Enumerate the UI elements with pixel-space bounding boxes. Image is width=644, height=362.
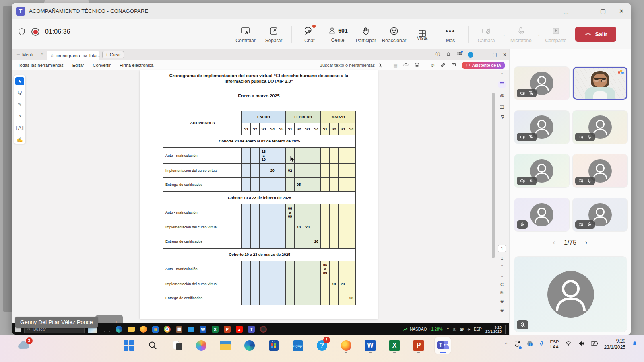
- wifi-icon[interactable]: [565, 341, 572, 348]
- volume-icon[interactable]: [578, 340, 585, 348]
- word-button[interactable]: W: [362, 337, 378, 354]
- microphone-tray-icon[interactable]: [539, 340, 545, 349]
- firefox-icon[interactable]: [140, 326, 147, 333]
- view-button[interactable]: Vista: [409, 28, 435, 41]
- window-close-button[interactable]: ✕: [612, 3, 631, 19]
- popout-button[interactable]: Separar: [261, 25, 287, 43]
- share-button[interactable]: Comparte: [543, 25, 569, 43]
- edge-button[interactable]: [242, 337, 258, 354]
- participant-tile[interactable]: [573, 111, 627, 144]
- myhp-button[interactable]: myhp: [290, 337, 306, 354]
- sync-icon[interactable]: [514, 340, 521, 349]
- window-minimize-button[interactable]: —: [575, 3, 594, 19]
- microphone-button[interactable]: Micrófono: [508, 25, 534, 43]
- comments-panel-icon[interactable]: ＠: [500, 93, 504, 99]
- camera-button[interactable]: Cámara: [473, 25, 499, 43]
- folder-icon[interactable]: [128, 327, 135, 332]
- participant-tile[interactable]: [514, 67, 569, 100]
- apps-grid-icon[interactable]: [457, 51, 462, 58]
- page-up-icon[interactable]: ⌃: [500, 264, 504, 269]
- raise-hand-button[interactable]: Participar: [353, 25, 379, 43]
- select-tool[interactable]: [15, 77, 24, 85]
- menu-edit[interactable]: Editar: [72, 63, 84, 68]
- pager-prev-button[interactable]: ‹: [553, 239, 555, 246]
- task-view-icon[interactable]: [104, 327, 110, 332]
- control-button[interactable]: Controlar: [233, 25, 258, 43]
- page-down-icon[interactable]: ⌄: [500, 273, 504, 278]
- acrobat-menu-button[interactable]: ☰ Menú: [12, 52, 37, 57]
- account-avatar[interactable]: [468, 52, 473, 58]
- page-number-input[interactable]: 1: [498, 245, 506, 252]
- bookmarks-panel-icon[interactable]: 🕮: [500, 104, 504, 110]
- tray-chevron-icon[interactable]: ⌃: [504, 341, 508, 348]
- document-tab[interactable]: ☆ cronograma_cv_lota... ×: [47, 51, 99, 60]
- store-icon[interactable]: ▦: [176, 326, 182, 333]
- window-maximize-button[interactable]: ▢: [594, 3, 612, 19]
- show-desktop-button[interactable]: [505, 325, 507, 334]
- file-explorer-button[interactable]: [217, 337, 233, 354]
- volume-icon[interactable]: 🕪: [468, 327, 470, 332]
- usb-icon[interactable]: ⚿: [453, 327, 456, 332]
- photos-icon[interactable]: [152, 326, 159, 333]
- stock-ticker[interactable]: NASDAQ +1.28%: [403, 327, 442, 332]
- sign-tool[interactable]: ✍: [15, 136, 24, 144]
- highlight-tool[interactable]: ✎: [15, 101, 24, 109]
- participant-tile[interactable]: [514, 111, 569, 144]
- onedrive-icon[interactable]: 3: [17, 341, 30, 351]
- menu-convert[interactable]: Convertir: [93, 63, 111, 68]
- camera-chevron-icon[interactable]: ⌄: [502, 32, 506, 37]
- tray-clock[interactable]: 9:2023/1/2025: [604, 338, 625, 350]
- participant-tile[interactable]: [573, 198, 627, 231]
- pages-panel-icon[interactable]: 🗗: [500, 115, 504, 120]
- zoom-out-icon[interactable]: ⊖: [500, 308, 504, 313]
- rotate-icon[interactable]: C: [500, 282, 504, 287]
- export-icon[interactable]: 🗎: [500, 290, 504, 295]
- link-icon[interactable]: [440, 62, 446, 68]
- task-view-button[interactable]: [169, 337, 185, 354]
- excel-button[interactable]: X: [386, 337, 402, 354]
- chat-button[interactable]: Chat: [297, 25, 322, 43]
- display-icon[interactable]: 🖳: [460, 327, 464, 331]
- spotlight-tile[interactable]: [514, 257, 627, 332]
- participant-tile[interactable]: [573, 154, 627, 187]
- tray-chevron-icon[interactable]: ⌃: [446, 327, 450, 331]
- start-button[interactable]: [121, 337, 137, 354]
- edge-icon[interactable]: [116, 326, 122, 333]
- more-button[interactable]: ••• Más: [438, 25, 463, 43]
- ai-panel-icon[interactable]: 🗔: [498, 81, 506, 88]
- info-icon[interactable]: i: [526, 340, 533, 349]
- zoom-in-icon[interactable]: ⊕: [500, 299, 504, 304]
- mail-icon[interactable]: [188, 327, 194, 332]
- notification-bell-icon[interactable]: [631, 340, 638, 349]
- teams-icon[interactable]: T: [248, 326, 255, 333]
- powerpoint-icon[interactable]: P: [224, 326, 231, 333]
- ai-assistant-button[interactable]: Asistente de IA: [462, 62, 505, 69]
- pdf-scrollbar[interactable]: [492, 72, 495, 319]
- window-more-button[interactable]: …: [557, 3, 575, 19]
- help-icon[interactable]: ⓘ: [436, 51, 440, 58]
- microphone-chevron-icon[interactable]: ⌄: [537, 32, 540, 37]
- firefox-button[interactable]: [338, 337, 354, 354]
- word-icon[interactable]: W: [200, 326, 206, 333]
- store-button[interactable]: [266, 337, 282, 354]
- edit-text-tool[interactable]: ⟦A⟧: [15, 124, 24, 132]
- acrobat-minimize-button[interactable]: —: [482, 52, 487, 58]
- taskbar-search-button[interactable]: [145, 337, 161, 354]
- react-button[interactable]: Reaccionar: [381, 25, 407, 43]
- excel-icon[interactable]: X: [212, 326, 219, 333]
- draw-tool[interactable]: ◔: [15, 112, 24, 120]
- menu-all-tools[interactable]: Todas las herramientas: [18, 63, 64, 68]
- comment-tool[interactable]: 🗨: [15, 89, 24, 97]
- upload-cloud-icon[interactable]: [403, 62, 409, 68]
- print-icon[interactable]: [414, 62, 420, 68]
- pager-next-button[interactable]: ›: [585, 239, 587, 246]
- stamp-icon[interactable]: ＠: [431, 62, 435, 68]
- opera-icon[interactable]: [260, 326, 267, 333]
- pdf-scrollbar-thumb[interactable]: [492, 93, 495, 258]
- people-button[interactable]: 601 Gente: [325, 26, 351, 43]
- powerpoint-button[interactable]: P: [411, 337, 427, 354]
- bell-icon[interactable]: [446, 51, 451, 58]
- teams-taskbar-button[interactable]: T: [435, 337, 451, 354]
- menu-esign[interactable]: Firma electrónica: [120, 63, 153, 68]
- leave-button[interactable]: Salir: [575, 27, 616, 42]
